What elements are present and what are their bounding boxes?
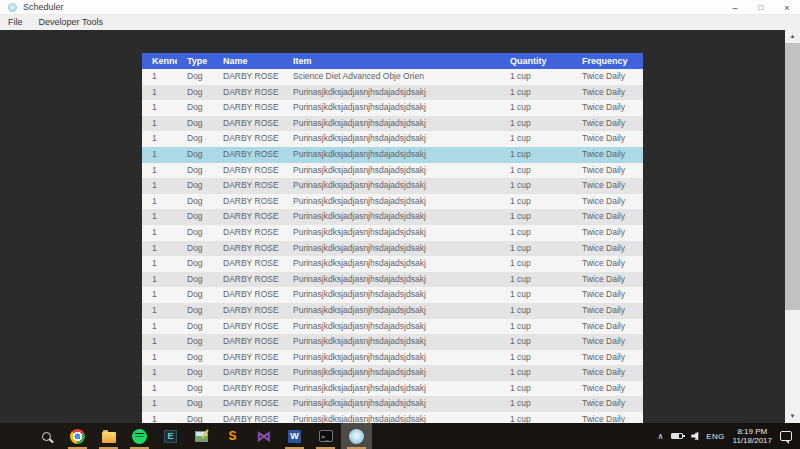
cell-type: Dog <box>177 225 213 241</box>
table-row[interactable]: 1DogDARBY ROSEPurinasjkdksjadjasnjhsdaja… <box>142 225 643 241</box>
cell-kennel: 1 <box>142 272 177 288</box>
table-row[interactable]: 1DogDARBY ROSEPurinasjkdksjadjasnjhsdaja… <box>142 256 643 272</box>
table-row[interactable]: 1DogDARBY ROSEPurinasjkdksjadjasnjhsdaja… <box>142 116 643 132</box>
cell-quantity: 1 cup <box>500 69 572 85</box>
table-row[interactable]: 1DogDARBY ROSEPurinasjkdksjadjasnjhsdaja… <box>142 287 643 303</box>
cell-name: DARBY ROSE <box>213 116 283 132</box>
cell-frequency: Twice Daily <box>572 287 643 303</box>
cell-kennel: 1 <box>142 334 177 350</box>
table-header-row: KennelTypeNameItemQuantityFrequency <box>142 53 643 69</box>
scheduler-app-button[interactable] <box>341 423 372 449</box>
cell-item: Purinasjkdksjadjasnjhsdajadsjdsakj <box>283 365 500 381</box>
table-row[interactable]: 1DogDARBY ROSEPurinasjkdksjadjasnjhsdaja… <box>142 100 643 116</box>
cell-name: DARBY ROSE <box>213 287 283 303</box>
tray-clock[interactable]: 8:19 PM 11/18/2017 <box>733 427 772 446</box>
cell-item: Purinasjkdksjadjasnjhsdajadsjdsakj <box>283 272 500 288</box>
visual-studio-app-button[interactable]: ⋈ <box>248 423 279 449</box>
maximize-button[interactable]: □ <box>748 0 774 15</box>
cell-kennel: 1 <box>142 178 177 194</box>
cell-kennel: 1 <box>142 287 177 303</box>
e-monitor-app-button[interactable]: E <box>155 423 186 449</box>
cell-type: Dog <box>177 147 213 163</box>
cell-name: DARBY ROSE <box>213 178 283 194</box>
cell-frequency: Twice Daily <box>572 412 643 423</box>
close-button[interactable]: × <box>774 0 800 15</box>
scrollbar-up-arrow-icon[interactable]: ▲ <box>785 30 800 43</box>
table-row[interactable]: 1DogDARBY ROSEScience Diet Advanced Obje… <box>142 69 643 85</box>
table-row[interactable]: 1DogDARBY ROSEPurinasjkdksjadjasnjhsdaja… <box>142 241 643 257</box>
start-button[interactable] <box>0 423 31 449</box>
spotify-app-button[interactable] <box>124 423 155 449</box>
table-row[interactable]: 1DogDARBY ROSEPurinasjkdksjadjasnjhsdaja… <box>142 209 643 225</box>
image-editor-app-button[interactable] <box>186 423 217 449</box>
cell-item: Purinasjkdksjadjasnjhsdajadsjdsakj <box>283 412 500 423</box>
table-row[interactable]: 1DogDARBY ROSEPurinasjkdksjadjasnjhsdaja… <box>142 163 643 179</box>
search-button[interactable] <box>31 423 62 449</box>
chrome-app-button[interactable] <box>62 423 93 449</box>
cell-kennel: 1 <box>142 194 177 210</box>
sublime-text-app-button[interactable]: S <box>217 423 248 449</box>
column-header-type: Type <box>177 53 213 69</box>
minimize-button[interactable]: – <box>722 0 748 15</box>
cell-frequency: Twice Daily <box>572 256 643 272</box>
table-row[interactable]: 1DogDARBY ROSEPurinasjkdksjadjasnjhsdaja… <box>142 412 643 423</box>
search-icon <box>42 432 51 441</box>
table-row[interactable]: 1DogDARBY ROSEPurinasjkdksjadjasnjhsdaja… <box>142 303 643 319</box>
cell-kennel: 1 <box>142 116 177 132</box>
table-row[interactable]: 1DogDARBY ROSEPurinasjkdksjadjasnjhsdaja… <box>142 178 643 194</box>
cell-type: Dog <box>177 365 213 381</box>
cmd-app-button[interactable]: >_ <box>310 423 341 449</box>
cell-quantity: 1 cup <box>500 350 572 366</box>
menu-file[interactable]: File <box>0 15 31 30</box>
cell-quantity: 1 cup <box>500 147 572 163</box>
cell-item: Science Diet Advanced Obje Orien <box>283 69 500 85</box>
table-row[interactable]: 1DogDARBY ROSEPurinasjkdksjadjasnjhsdaja… <box>142 396 643 412</box>
action-center-icon[interactable] <box>780 431 792 441</box>
tray-time: 8:19 PM <box>737 427 767 437</box>
cell-name: DARBY ROSE <box>213 194 283 210</box>
cell-name: DARBY ROSE <box>213 100 283 116</box>
cell-kennel: 1 <box>142 147 177 163</box>
cell-name: DARBY ROSE <box>213 303 283 319</box>
cell-quantity: 1 cup <box>500 303 572 319</box>
table-row[interactable]: 1DogDARBY ROSEPurinasjkdksjadjasnjhsdaja… <box>142 381 643 397</box>
electron-app-icon[interactable] <box>8 3 17 12</box>
cell-kennel: 1 <box>142 396 177 412</box>
menubar: File Developer Tools <box>0 15 800 30</box>
table-row[interactable]: 1DogDARBY ROSEPurinasjkdksjadjasnjhsdaja… <box>142 334 643 350</box>
chevron-up-icon[interactable]: ∧ <box>657 432 663 441</box>
language-indicator[interactable]: ENG <box>706 432 724 441</box>
scrollbar-down-arrow-icon[interactable]: ▼ <box>785 410 800 423</box>
table-row[interactable]: 1DogDARBY ROSEPurinasjkdksjadjasnjhsdaja… <box>142 350 643 366</box>
taskbar: ES⋈W>_ ∧ ENG 8:19 PM 11/18/2017 <box>0 423 800 449</box>
file-explorer-app-button[interactable] <box>93 423 124 449</box>
taskbar-buttons: ES⋈W>_ <box>0 423 372 449</box>
table-row[interactable]: 1DogDARBY ROSEPurinasjkdksjadjasnjhsdaja… <box>142 85 643 101</box>
battery-icon[interactable] <box>671 433 683 439</box>
menu-developer-tools[interactable]: Developer Tools <box>31 15 111 30</box>
cell-quantity: 1 cup <box>500 85 572 101</box>
volume-button[interactable] <box>691 432 698 441</box>
word-app-button[interactable]: W <box>279 423 310 449</box>
cell-type: Dog <box>177 256 213 272</box>
cell-frequency: Twice Daily <box>572 116 643 132</box>
vertical-scrollbar[interactable]: ▲ ▼ <box>785 30 800 423</box>
table-row[interactable]: 1DogDARBY ROSEPurinasjkdksjadjasnjhsdaja… <box>142 365 643 381</box>
table-row[interactable]: 1DogDARBY ROSEPurinasjkdksjadjasnjhsdaja… <box>142 319 643 335</box>
cell-type: Dog <box>177 381 213 397</box>
cell-kennel: 1 <box>142 303 177 319</box>
cell-item: Purinasjkdksjadjasnjhsdajadsjdsakj <box>283 381 500 397</box>
table-row[interactable]: 1DogDARBY ROSEPurinasjkdksjadjasnjhsdaja… <box>142 147 643 163</box>
cell-name: DARBY ROSE <box>213 381 283 397</box>
cell-quantity: 1 cup <box>500 225 572 241</box>
table-row[interactable]: 1DogDARBY ROSEPurinasjkdksjadjasnjhsdaja… <box>142 272 643 288</box>
visual-studio-icon: ⋈ <box>257 428 271 444</box>
table-row[interactable]: 1DogDARBY ROSEPurinasjkdksjadjasnjhsdaja… <box>142 194 643 210</box>
cell-type: Dog <box>177 178 213 194</box>
cell-type: Dog <box>177 85 213 101</box>
scrollbar-thumb[interactable] <box>785 43 800 310</box>
table-row[interactable]: 1DogDARBY ROSEPurinasjkdksjadjasnjhsdaja… <box>142 131 643 147</box>
cell-frequency: Twice Daily <box>572 365 643 381</box>
cell-item: Purinasjkdksjadjasnjhsdajadsjdsakj <box>283 209 500 225</box>
tray-date: 11/18/2017 <box>733 436 772 446</box>
